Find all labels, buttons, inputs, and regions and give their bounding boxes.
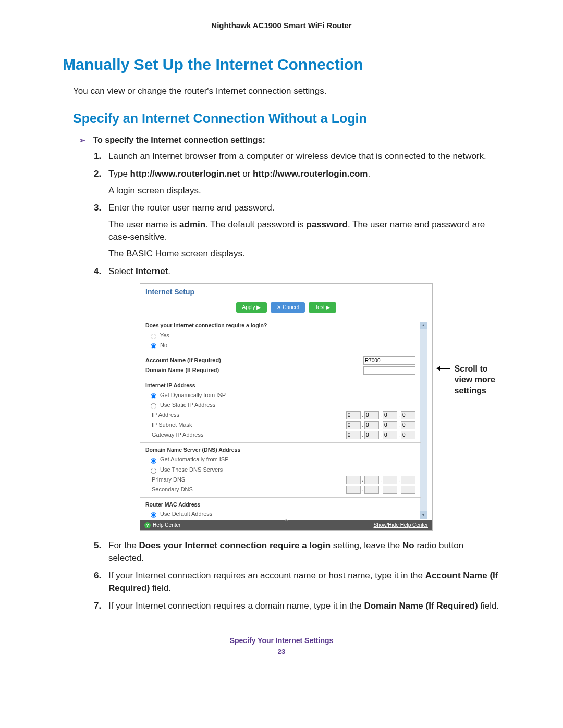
step-note: A login screen displays. [108, 184, 500, 197]
ip-octet-input[interactable] [364, 431, 379, 439]
screenshot-title: Internet Setup [140, 284, 432, 299]
footer-page-number: 23 [63, 648, 500, 656]
step-number: 3. [94, 202, 101, 214]
test-button[interactable]: Test ▶ [309, 302, 336, 313]
step-3: 3. Enter the router user name and passwo… [94, 202, 500, 260]
chevron-up-icon[interactable]: ⌃ [283, 520, 289, 524]
apply-button[interactable]: Apply ▶ [236, 302, 267, 313]
radio-no[interactable]: No [148, 341, 415, 350]
ip-octet-input[interactable] [346, 431, 361, 439]
internet-setup-screenshot: Internet Setup Apply ▶ ✕ Cancel Test ▶ ▴… [140, 283, 433, 531]
radio-ip-static[interactable]: Use Static IP Address [148, 401, 415, 410]
radio-ip-dynamic[interactable]: Get Dynamically from ISP [148, 391, 415, 400]
secondary-dns-label: Secondary DNS [145, 486, 346, 493]
step-text: Type http://www.routerlogin.net or http:… [108, 169, 370, 179]
step-text: Enter the router user name and password. [108, 203, 274, 213]
radio-dns-manual[interactable]: Use These DNS Servers [148, 466, 415, 474]
cancel-button[interactable]: ✕ Cancel [271, 302, 305, 313]
ip-octet-input[interactable] [346, 411, 361, 419]
step-1: 1. Launch an Internet browser from a com… [94, 150, 500, 163]
primary-dns-label: Primary DNS [145, 476, 346, 484]
ip-address-label: IP Address [145, 411, 346, 419]
step-number: 6. [94, 570, 101, 582]
account-name-label: Account Name (If Required) [145, 356, 363, 364]
step-number: 5. [94, 539, 101, 552]
subnet-label: IP Subnet Mask [145, 421, 346, 429]
ip-octet-input[interactable] [364, 476, 379, 484]
step-note: The BASIC Home screen displays. [108, 248, 500, 260]
step-5: 5. For the Does your Internet connection… [94, 539, 500, 564]
ip-octet-input[interactable] [401, 411, 415, 419]
step-number: 2. [94, 168, 101, 180]
ip-octet-input[interactable] [401, 486, 415, 494]
mac-section-label: Router MAC Address [145, 501, 415, 509]
ip-octet-input[interactable] [383, 421, 397, 429]
step-number: 1. [94, 150, 101, 163]
heading-main: Manually Set Up the Internet Connection [63, 56, 500, 73]
ip-octet-input[interactable] [401, 476, 415, 484]
ip-octet-input[interactable] [364, 421, 379, 429]
login-question-label: Does your Internet connection require a … [145, 322, 415, 329]
screenshot-button-bar: Apply ▶ ✕ Cancel Test ▶ [140, 299, 432, 316]
ip-octet-input[interactable] [364, 486, 379, 494]
help-icon: ? [144, 522, 151, 528]
step-text: Select Internet. [108, 266, 170, 276]
help-center-label: Help Center [153, 522, 180, 528]
domain-name-label: Domain Name (If Required) [145, 366, 363, 374]
screenshot-container: Internet Setup Apply ▶ ✕ Cancel Test ▶ ▴… [140, 283, 500, 531]
step-text: If your Internet connection requires a d… [108, 601, 499, 611]
procedure-title: ➢ To specify the Internet connection set… [79, 135, 500, 145]
callout-scroll: Scroll to view more settings [437, 364, 503, 396]
intro-text: You can view or change the router's Inte… [73, 86, 500, 96]
ip-octet-input[interactable] [364, 411, 379, 419]
ip-octet-input[interactable] [383, 486, 397, 494]
triangle-icon: ➢ [79, 136, 85, 144]
domain-name-input[interactable] [363, 366, 415, 375]
page-header: Nighthawk AC1900 Smart WiFi Router [63, 21, 500, 30]
dns-section-label: Domain Name Server (DNS) Address [145, 446, 415, 454]
ip-octet-input[interactable] [346, 486, 361, 494]
step-text: Launch an Internet browser from a comput… [108, 151, 486, 161]
step-note: The user name is admin. The default pass… [108, 218, 500, 243]
heading-sub: Specify an Internet Connection Without a… [73, 111, 500, 126]
procedure-title-text: To specify the Internet connection setti… [93, 135, 265, 144]
ip-octet-input[interactable] [346, 476, 361, 484]
ip-octet-input[interactable] [383, 431, 397, 439]
step-number: 4. [94, 265, 101, 278]
gateway-label: Gateway IP Address [145, 431, 346, 439]
step-text: If your Internet connection requires an … [108, 571, 498, 593]
step-6: 6. If your Internet connection requires … [94, 570, 500, 595]
show-hide-help-link[interactable]: Show/Hide Help Center [374, 522, 429, 529]
ip-section-label: Internet IP Address [145, 381, 415, 389]
footer-section-title: Specify Your Internet Settings [63, 636, 500, 645]
ip-octet-input[interactable] [401, 431, 415, 439]
radio-dns-auto[interactable]: Get Automatically from ISP [148, 455, 415, 464]
help-center-bar: ?Help Center ⌃ Show/Hide Help Center [140, 520, 432, 530]
step-4: 4. Select Internet. Internet Setup Apply… [94, 265, 500, 532]
radio-mac-default[interactable]: Use Default Address [148, 510, 415, 519]
account-name-input[interactable] [363, 356, 415, 365]
ip-octet-input[interactable] [383, 476, 397, 484]
footer-divider [63, 631, 500, 631]
ip-octet-input[interactable] [346, 421, 361, 429]
step-text: For the Does your Internet connection re… [108, 540, 463, 563]
step-number: 7. [94, 600, 101, 612]
radio-yes[interactable]: Yes [148, 331, 415, 340]
arrow-left-icon [437, 368, 450, 369]
ip-octet-input[interactable] [383, 411, 397, 419]
step-7: 7. If your Internet connection requires … [94, 600, 500, 612]
step-2: 2. Type http://www.routerlogin.net or ht… [94, 168, 500, 197]
ip-octet-input[interactable] [401, 421, 415, 429]
scroll-up-icon[interactable]: ▴ [420, 322, 427, 329]
scroll-down-icon[interactable]: ▾ [420, 511, 427, 519]
callout-text: Scroll to view more settings [455, 364, 504, 396]
